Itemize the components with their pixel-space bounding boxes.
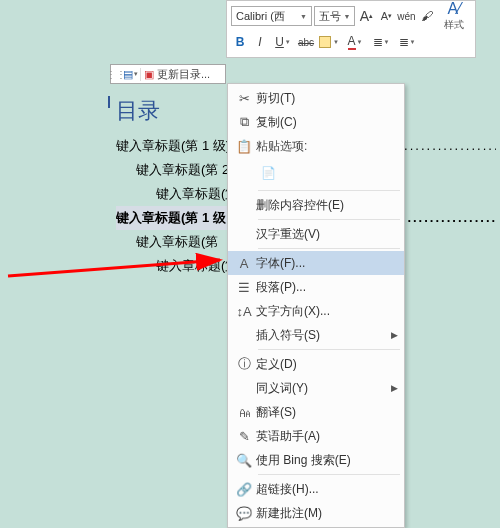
highlight-icon — [319, 36, 331, 48]
ctx-copy[interactable]: ⧉ 复制(C) — [228, 110, 404, 134]
paste-keep-text-button[interactable]: 📄 — [256, 161, 280, 185]
separator — [258, 219, 400, 220]
separator — [258, 190, 400, 191]
chevron-down-icon: ▼ — [343, 13, 350, 20]
ctx-translate[interactable]: 🗛 翻译(S) — [228, 400, 404, 424]
ctx-bing-search[interactable]: 🔍 使用 Bing 搜索(E) — [228, 448, 404, 472]
paste-options-row: 📄 — [228, 158, 404, 188]
context-menu: ✂ 剪切(T) ⧉ 复制(C) 📋 粘贴选项: 📄 删除内容控件(E) 汉字重选… — [227, 83, 405, 528]
update-toc-button[interactable]: ▣ 更新目录... — [141, 67, 225, 82]
bold-button[interactable]: B — [231, 32, 249, 52]
paragraph-icon: ☰ — [232, 280, 256, 295]
separator — [258, 248, 400, 249]
underline-button[interactable]: U▼ — [271, 32, 295, 52]
mini-toolbar: Calibri (西 ▼ 五号 ▼ A▴ A▾ wén 🖌 A⁄ 样式 B I … — [226, 0, 476, 58]
bullets-button[interactable]: ≣▼ — [369, 32, 393, 52]
ctx-synonyms[interactable]: 同义词(Y) ▶ — [228, 376, 404, 400]
ctx-font[interactable]: A 字体(F)... — [228, 251, 404, 275]
ctx-text-direction[interactable]: ↕A 文字方向(X)... — [228, 299, 404, 323]
ctx-define[interactable]: ⓘ 定义(D) — [228, 352, 404, 376]
toc-options-button[interactable]: ▤▾ — [121, 68, 141, 81]
translate-icon: 🗛 — [232, 405, 256, 420]
font-icon: A — [232, 256, 256, 271]
submenu-arrow-icon: ▶ — [391, 330, 398, 340]
ctx-hyperlink[interactable]: 🔗 超链接(H)... — [228, 477, 404, 501]
brush-icon: 🖌 — [421, 9, 433, 23]
bullets-icon: ≣ — [373, 35, 383, 49]
strikethrough-button[interactable]: abc — [297, 32, 315, 52]
chevron-down-icon: ▼ — [300, 13, 307, 20]
ctx-paragraph[interactable]: ☰ 段落(P)... — [228, 275, 404, 299]
cut-icon: ✂ — [232, 91, 256, 106]
format-painter-button[interactable]: 🖌 — [418, 6, 436, 26]
numbering-icon: ≣ — [399, 35, 409, 49]
ctx-cut[interactable]: ✂ 剪切(T) — [228, 86, 404, 110]
toc-control-bar: ⋮⋮ ▤▾ ▣ 更新目录... — [110, 64, 226, 84]
ctx-reconvert[interactable]: 汉字重选(V) — [228, 222, 404, 246]
copy-icon: ⧉ — [232, 114, 256, 130]
text-direction-icon: ↕A — [232, 304, 256, 319]
italic-button[interactable]: I — [251, 32, 269, 52]
ctx-english-assistant[interactable]: ✎ 英语助手(A) — [228, 424, 404, 448]
ctx-paste-header: 📋 粘贴选项: — [228, 134, 404, 158]
search-icon: 🔍 — [232, 453, 256, 468]
ctx-new-comment[interactable]: 💬 新建批注(M) — [228, 501, 404, 525]
separator — [258, 349, 400, 350]
grow-font-button[interactable]: A▴ — [357, 6, 375, 26]
styles-button[interactable]: A⁄ 样式 — [438, 0, 471, 32]
highlight-color-button[interactable]: ▼ — [317, 32, 341, 52]
toc-icon: ▤ — [123, 68, 133, 81]
drag-handle-icon[interactable]: ⋮⋮ — [111, 69, 121, 80]
styles-icon: A⁄ — [448, 0, 461, 18]
define-icon: ⓘ — [232, 355, 256, 373]
hyperlink-icon: 🔗 — [232, 482, 256, 497]
assistant-icon: ✎ — [232, 429, 256, 444]
cursor-indicator — [108, 96, 112, 108]
update-toc-label: 更新目录... — [157, 67, 210, 82]
font-name-value: Calibri (西 — [236, 9, 285, 24]
shrink-font-button[interactable]: A▾ — [377, 6, 395, 26]
submenu-arrow-icon: ▶ — [391, 383, 398, 393]
paste-icon: 📋 — [232, 139, 256, 154]
update-icon: ▣ — [144, 68, 154, 81]
font-size-combo[interactable]: 五号 ▼ — [314, 6, 356, 26]
font-size-value: 五号 — [319, 9, 341, 24]
ctx-insert-symbol[interactable]: 插入符号(S) ▶ — [228, 323, 404, 347]
separator — [258, 474, 400, 475]
font-name-combo[interactable]: Calibri (西 ▼ — [231, 6, 312, 26]
phonetic-guide-button[interactable]: wén — [397, 6, 415, 26]
paste-text-icon: 📄 — [261, 166, 276, 180]
font-color-button[interactable]: A▼ — [343, 32, 367, 52]
comment-icon: 💬 — [232, 506, 256, 521]
ctx-delete-content-control[interactable]: 删除内容控件(E) — [228, 193, 404, 217]
numbering-button[interactable]: ≣▼ — [395, 32, 419, 52]
